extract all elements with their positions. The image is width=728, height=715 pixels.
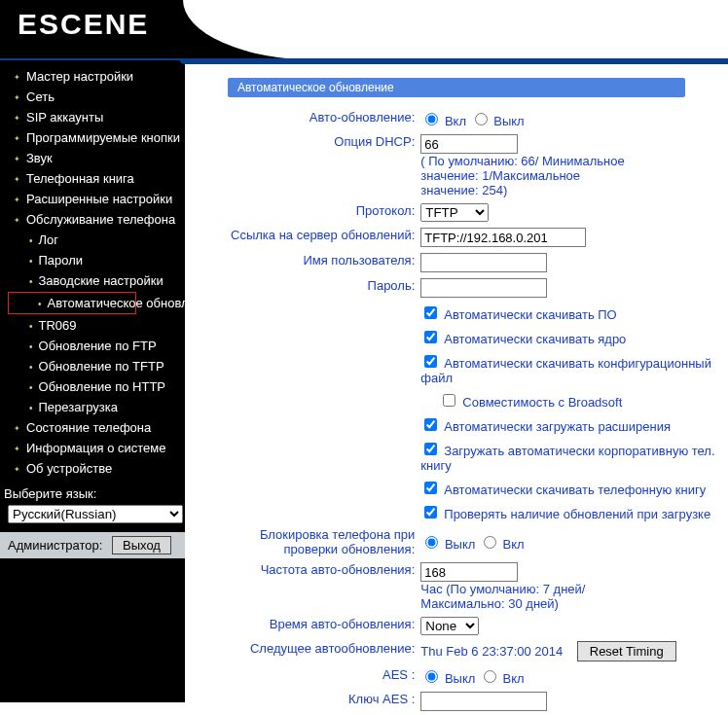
header-swoosh	[183, 0, 728, 60]
main-content: Автоматическое обновление Авто-обновлени…	[185, 60, 728, 715]
cb-corporate-book[interactable]	[424, 443, 437, 455]
nav-sip[interactable]: SIP аккаунты	[0, 107, 185, 127]
aes-key-label: Ключ AES :	[228, 689, 418, 714]
nav-tftp-update[interactable]: Обновление по TFTP	[0, 356, 185, 376]
nav-phonebook[interactable]: Телефонная книга	[0, 168, 185, 189]
aes-off-radio[interactable]	[425, 670, 438, 683]
user-input[interactable]	[420, 253, 547, 272]
sidebar: Мастер настройки Сеть SIP аккаунты Прогр…	[0, 60, 185, 702]
lock-on-label: Вкл	[503, 537, 525, 552]
next-update-value: Thu Feb 6 23:37:00 2014	[420, 644, 563, 659]
nav-factory[interactable]: Заводские настройки	[0, 270, 185, 291]
dhcp-label: Опция DHCP:	[228, 131, 418, 200]
auto-update-off-label: Выкл	[493, 114, 524, 128]
freq-label: Частота авто-обновления:	[228, 559, 418, 614]
aes-key-input[interactable]	[420, 692, 547, 711]
brand-logo: ESCENE	[18, 8, 149, 41]
auto-update-label: Авто-обновление:	[228, 107, 418, 131]
nav-passwords[interactable]: Пароли	[0, 250, 185, 270]
nav-auto-update[interactable]: Автоматическое обновление	[8, 292, 136, 314]
nav-wizard[interactable]: Мастер настройки	[0, 66, 185, 87]
cb-software[interactable]	[424, 306, 437, 319]
pass-label: Пароль:	[228, 275, 418, 301]
dhcp-hint: ( По умолчанию: 66/ Минимальное значение…	[420, 154, 625, 197]
pass-input[interactable]	[420, 278, 547, 298]
language-label: Выберите язык:	[4, 486, 96, 501]
proto-select[interactable]: TFTP	[420, 203, 489, 222]
nav-ftp-update[interactable]: Обновление по FTP	[0, 336, 185, 356]
cb-broadsoft[interactable]	[443, 394, 455, 407]
aes-off-label: Выкл	[445, 671, 475, 686]
nav-maintenance[interactable]: Обслуживание телефона	[0, 209, 185, 230]
cb-phonebook[interactable]	[424, 482, 437, 494]
cb-software-label: Автоматически скачивать ПО	[444, 307, 616, 322]
nav-about[interactable]: Об устройстве	[0, 458, 185, 479]
logout-button[interactable]: Выход	[112, 536, 171, 554]
cb-kernel-label: Автоматически скачивать ядро	[444, 332, 626, 346]
cb-broadsoft-label: Совместимость с Broadsoft	[462, 395, 622, 410]
lock-off-label: Выкл	[445, 537, 475, 552]
cb-kernel[interactable]	[424, 331, 437, 343]
panel-title: Автоматическое обновление	[228, 78, 685, 97]
nav-tr069[interactable]: TR069	[0, 315, 185, 336]
cb-config[interactable]	[424, 355, 437, 368]
nav-log[interactable]: Лог	[0, 230, 185, 250]
time-select[interactable]: None	[420, 617, 479, 635]
nav-sound[interactable]: Звук	[0, 148, 185, 168]
nav-network[interactable]: Сеть	[0, 87, 185, 107]
language-select[interactable]: Русский(Russian)	[8, 505, 183, 523]
lock-label: Блокировка телефона при проверки обновле…	[228, 524, 418, 559]
dhcp-input[interactable]	[420, 134, 518, 154]
nav-system-info[interactable]: Информация о системе	[0, 438, 185, 458]
nav-reboot[interactable]: Перезагрузка	[0, 397, 185, 417]
lock-on-radio[interactable]	[484, 536, 496, 549]
cb-extensions[interactable]	[424, 418, 437, 431]
cb-corporate-book-label: Загружать автоматически корпоративную те…	[420, 444, 714, 473]
aes-label: AES :	[228, 664, 418, 689]
cb-phonebook-label: Автоматически скачивать телефонную книгу	[444, 483, 706, 497]
auto-update-on-radio[interactable]	[425, 113, 438, 125]
nav-phone-status[interactable]: Состояние телефона	[0, 417, 185, 438]
lock-off-radio[interactable]	[425, 536, 438, 549]
admin-label: Администратор:	[8, 538, 102, 553]
user-label: Имя пользователя:	[228, 250, 418, 275]
nav-http-update[interactable]: Обновление по HTTP	[0, 376, 185, 397]
freq-hint: Час (По умолчанию: 7 дней/ Максимально: …	[420, 582, 625, 611]
aes-on-radio[interactable]	[484, 670, 496, 683]
cb-check-on-boot-label: Проверять наличие обновлений при загрузк…	[444, 507, 710, 521]
nav-advanced[interactable]: Расширенные настройки	[0, 189, 185, 209]
cb-check-on-boot[interactable]	[424, 506, 437, 518]
server-label: Ссылка на сервер обновлений:	[228, 225, 418, 250]
cb-extensions-label: Автоматически загружать расширения	[444, 419, 671, 434]
time-label: Время авто-обновления:	[228, 614, 418, 638]
nav-prog-keys[interactable]: Программируемые кнопки	[0, 127, 185, 148]
proto-label: Протокол:	[228, 200, 418, 225]
freq-input[interactable]	[420, 562, 518, 582]
reset-timing-button[interactable]: Reset Timing	[577, 641, 676, 661]
aes-on-label: Вкл	[503, 671, 525, 686]
auto-update-on-label: Вкл	[445, 114, 466, 128]
cb-config-label: Автоматически скачивать конфигурационный…	[420, 356, 711, 385]
auto-update-off-radio[interactable]	[475, 113, 488, 125]
server-input[interactable]	[420, 228, 586, 247]
next-update-label: Следущее автообновление:	[228, 638, 418, 664]
